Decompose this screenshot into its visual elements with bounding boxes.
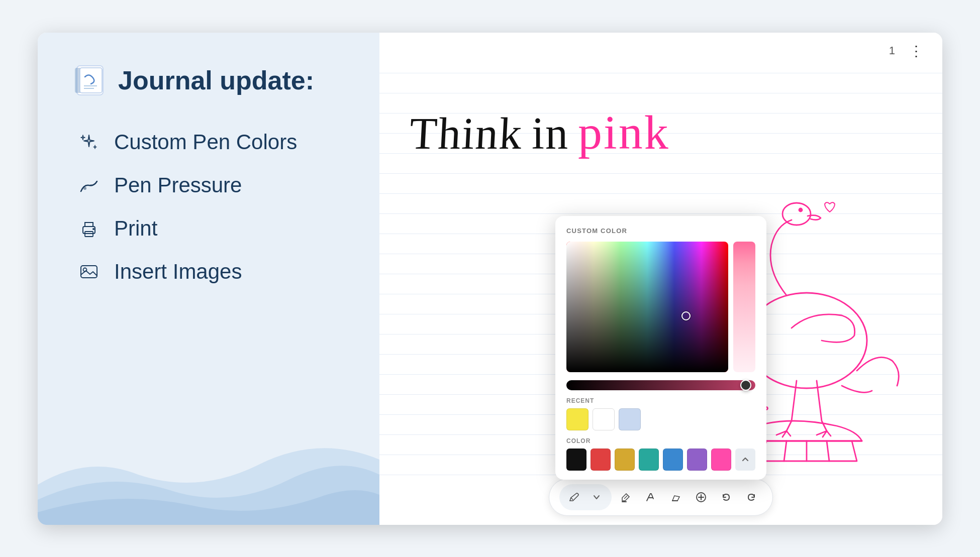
menu-item-pen-pressure[interactable]: Pen Pressure bbox=[73, 166, 349, 204]
preset-colors-row: COLOR bbox=[566, 437, 755, 471]
expand-colors-button[interactable] bbox=[735, 449, 755, 471]
svg-point-9 bbox=[92, 228, 94, 230]
preset-swatch-4[interactable] bbox=[663, 449, 683, 471]
custom-pen-colors-label: Custom Pen Colors bbox=[114, 130, 297, 154]
right-panel: 1 ⋮ Think in pink bbox=[379, 33, 942, 525]
color-picker-popup: CUSTOM COLOR bbox=[555, 216, 766, 480]
opacity-track[interactable] bbox=[566, 380, 755, 390]
redo-button[interactable] bbox=[740, 486, 762, 508]
color-label: COLOR bbox=[566, 437, 755, 444]
preset-swatches bbox=[566, 449, 755, 471]
preset-swatch-2[interactable] bbox=[615, 449, 635, 471]
right-header: 1 ⋮ bbox=[379, 33, 942, 69]
preset-swatch-3[interactable] bbox=[639, 449, 659, 471]
sparkles-icon bbox=[78, 131, 100, 153]
add-button[interactable] bbox=[690, 486, 712, 508]
svg-point-6 bbox=[90, 184, 92, 186]
app-title: Journal update: bbox=[118, 65, 314, 95]
custom-color-label: CUSTOM COLOR bbox=[566, 227, 755, 235]
opacity-row bbox=[566, 380, 755, 390]
preset-swatch-0[interactable] bbox=[566, 449, 586, 471]
recent-label: RECENT bbox=[566, 397, 755, 404]
recent-colors-row: RECENT bbox=[566, 397, 755, 430]
svg-rect-10 bbox=[81, 266, 97, 278]
hw-in: in bbox=[532, 107, 569, 159]
print-label: Print bbox=[114, 216, 157, 241]
svg-line-16 bbox=[784, 441, 787, 461]
preset-swatch-1[interactable] bbox=[591, 449, 611, 471]
preset-swatch-6[interactable] bbox=[711, 449, 731, 471]
pen-dropdown-button[interactable] bbox=[585, 486, 608, 508]
pen-pressure-label: Pen Pressure bbox=[114, 173, 242, 197]
svg-point-5 bbox=[83, 187, 86, 190]
color-gradient-area bbox=[566, 242, 755, 372]
recent-swatches bbox=[566, 408, 755, 430]
journal-icon bbox=[73, 63, 108, 98]
menu-item-insert-images[interactable]: Insert Images bbox=[73, 253, 349, 291]
pen-pressure-icon bbox=[78, 174, 100, 196]
opacity-thumb[interactable] bbox=[740, 380, 751, 391]
calligraphy-button[interactable] bbox=[640, 486, 662, 508]
svg-line-22 bbox=[624, 496, 627, 499]
app-header: Journal update: bbox=[73, 63, 349, 98]
more-menu-button[interactable]: ⋮ bbox=[905, 41, 927, 61]
print-icon bbox=[78, 217, 100, 240]
drawing-toolbar bbox=[549, 479, 773, 516]
recent-swatch-0[interactable] bbox=[566, 408, 589, 430]
highlighter-button[interactable] bbox=[615, 486, 637, 508]
undo-button[interactable] bbox=[715, 486, 737, 508]
left-panel: Journal update: Custom Pen Colors bbox=[38, 33, 379, 525]
svg-rect-2 bbox=[80, 68, 102, 93]
image-icon bbox=[78, 261, 100, 283]
color-spectrum[interactable] bbox=[566, 242, 728, 372]
recent-swatch-2[interactable] bbox=[619, 408, 641, 430]
pen-group bbox=[559, 484, 612, 510]
hw-pink: pink bbox=[578, 104, 670, 160]
hw-think: Think bbox=[408, 107, 524, 159]
menu-item-custom-pen-colors[interactable]: Custom Pen Colors bbox=[73, 123, 349, 161]
svg-line-18 bbox=[827, 441, 829, 461]
svg-point-14 bbox=[799, 208, 802, 211]
recent-swatch-1[interactable] bbox=[593, 408, 615, 430]
svg-point-13 bbox=[782, 203, 811, 225]
insert-images-label: Insert Images bbox=[114, 260, 242, 284]
eraser-button[interactable] bbox=[665, 486, 687, 508]
preset-swatch-5[interactable] bbox=[687, 449, 707, 471]
menu-item-print[interactable]: Print bbox=[73, 209, 349, 248]
handwriting-text: Think in pink bbox=[410, 104, 670, 160]
page-number: 1 bbox=[889, 44, 895, 57]
menu-list: Custom Pen Colors Pen Pressure bbox=[73, 123, 349, 291]
hue-bar[interactable] bbox=[733, 242, 755, 372]
pen-button[interactable] bbox=[562, 486, 584, 508]
